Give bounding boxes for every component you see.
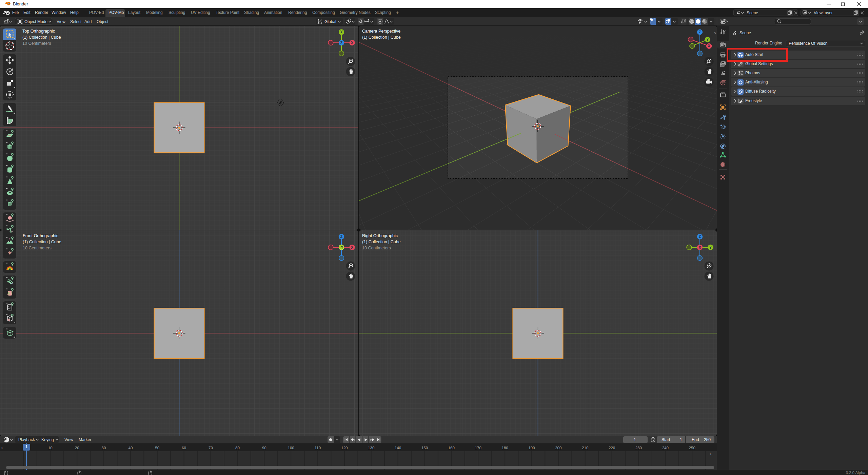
svg-text:-Y: -Y [340, 245, 343, 249]
svg-text:X: X [351, 245, 353, 249]
svg-text:Z: Z [699, 234, 701, 239]
svg-text:Z: Z [340, 41, 343, 45]
svg-text:X: X [351, 41, 353, 45]
svg-text:˂: ˂ [714, 30, 716, 35]
svg-text:X: X [708, 44, 710, 48]
svg-text:X: X [698, 245, 701, 249]
svg-text:Y: Y [340, 30, 342, 34]
svg-text:Z: Z [340, 234, 343, 239]
svg-text:Y: Y [706, 37, 709, 41]
svg-text:Z: Z [699, 30, 701, 34]
svg-text:Y: Y [709, 245, 712, 249]
